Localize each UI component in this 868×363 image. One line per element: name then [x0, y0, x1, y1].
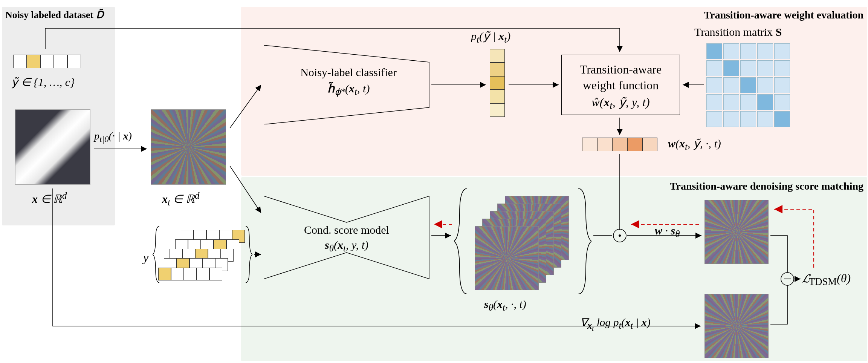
vec-cell — [490, 49, 505, 63]
x-exp: d — [62, 190, 67, 201]
hcell — [582, 138, 597, 151]
y-cell — [171, 268, 184, 280]
ytilde-onehot — [13, 55, 81, 68]
tcell — [740, 94, 756, 110]
grad-label: ∇xt log pt(xt | x) — [580, 316, 651, 333]
w-dot-s-label: w · sθ — [655, 224, 680, 239]
tcell — [740, 43, 756, 59]
tcell — [723, 77, 739, 93]
S-sym: S — [776, 26, 782, 38]
title-dsm: Transition-aware denoising score matchin… — [670, 180, 863, 192]
x-in-rd: x ∈ ℝd — [32, 190, 67, 205]
score-brace-left — [454, 188, 469, 294]
title-weight-eval: Transition-aware weight evaluation — [704, 9, 863, 21]
xt-exp: d — [195, 190, 200, 201]
hcell — [642, 138, 657, 151]
vec-cell — [490, 76, 505, 90]
dataset-sym: D̃ — [96, 9, 104, 20]
tcell — [706, 60, 722, 76]
classifier-label: Noisy-label classifier h̃ϕ*(xt, t) — [283, 66, 414, 97]
p-ytilde-vector — [490, 49, 505, 117]
classifier-line2: h̃ϕ*(xt, t) — [283, 82, 414, 97]
tcell — [706, 77, 722, 93]
tcell — [774, 43, 790, 59]
y-brace-right — [245, 226, 252, 283]
tcell — [706, 111, 722, 127]
w-vec-label: w(xt, ỹ, ·, t) — [668, 137, 721, 152]
score-tile — [475, 226, 539, 290]
vec-cell — [490, 90, 505, 103]
y-cell — [209, 268, 222, 280]
onehot-cell — [67, 55, 81, 68]
tcell — [706, 94, 722, 110]
tcell — [757, 111, 773, 127]
xt-in-rd: xt ∈ ℝd — [162, 190, 199, 208]
w-vector — [582, 138, 657, 151]
airplane-noisy — [151, 109, 226, 185]
tcell — [774, 111, 790, 127]
y-cell — [197, 268, 209, 280]
tcell — [706, 43, 722, 59]
tcell — [740, 111, 756, 127]
score-stack-label: sθ(xt, ·, t) — [484, 298, 526, 313]
vec-cell — [490, 63, 505, 76]
onehot-cell — [54, 55, 67, 68]
onehot-cell-active — [27, 55, 40, 68]
pt0-label: pt|0(· | x) — [94, 130, 132, 144]
title-dataset: Noisy labeled dataset D̃ — [5, 9, 104, 21]
tcell — [723, 43, 739, 59]
weight-function-block: Transition-aware weight function ŵ(xt, ỹ… — [561, 55, 680, 115]
clean-image — [15, 109, 90, 185]
grad-tile — [704, 294, 769, 358]
tcell — [757, 77, 773, 93]
ws-tile — [704, 200, 769, 264]
tcell — [774, 77, 790, 93]
ws-output — [704, 200, 769, 264]
title-dataset-text: Noisy labeled dataset — [5, 9, 96, 20]
hcell — [612, 138, 627, 151]
tmatrix-label: Transition matrix S — [694, 26, 782, 38]
onehot-cell — [13, 55, 27, 68]
tcell — [723, 111, 739, 127]
noisy-image — [151, 109, 226, 185]
y-cell — [158, 268, 171, 280]
tcell — [740, 60, 756, 76]
score-brace-right — [576, 188, 591, 294]
grad-output — [704, 294, 769, 358]
tcell — [757, 60, 773, 76]
tmatrix-text: Transition matrix — [694, 26, 776, 38]
airplane-clean — [15, 109, 90, 185]
tcell — [723, 60, 739, 76]
score-model-label: Cond. score model sθ(xt, y, t) — [279, 224, 414, 254]
score-line2: sθ(xt, y, t) — [279, 239, 414, 254]
onehot-cell — [40, 55, 54, 68]
tcell — [774, 60, 790, 76]
loss-label: 𝓛TDSM(θ) — [802, 271, 851, 288]
hcell — [597, 138, 612, 151]
classifier-line1: Noisy-label classifier — [283, 66, 414, 79]
transition-matrix — [706, 43, 790, 127]
score-line1: Cond. score model — [279, 224, 414, 236]
p-ytilde-label: pt(ỹ | xt) — [471, 29, 510, 45]
tcell — [740, 77, 756, 93]
y-label: y — [143, 251, 148, 265]
tcell — [757, 43, 773, 59]
hcell — [627, 138, 642, 151]
weight-line2: weight function — [562, 78, 680, 93]
ytilde-label: ỹ ∈ {1, …, c} — [11, 75, 75, 89]
y-brace — [153, 226, 160, 283]
y-cell — [184, 268, 197, 280]
vec-cell — [490, 103, 505, 117]
tcell — [774, 94, 790, 110]
weight-line3: ŵ(xt, ỹ, y, t) — [562, 95, 680, 112]
tcell — [757, 94, 773, 110]
weight-line1: Transition-aware — [562, 62, 680, 78]
tcell — [723, 94, 739, 110]
ytilde-label-text: ỹ ∈ {1, …, c} — [11, 76, 75, 88]
